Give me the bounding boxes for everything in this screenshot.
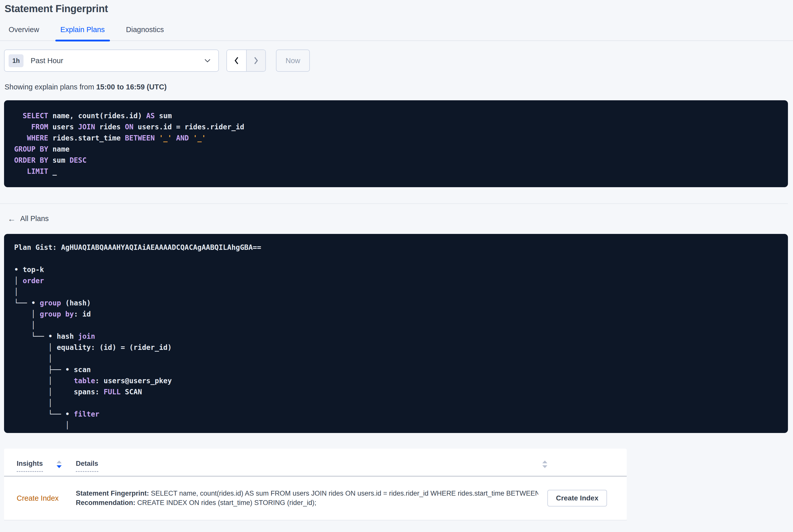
table-row: Create Index Statement Fingerprint: SELE… xyxy=(4,476,627,520)
recommendation-line: Recommendation: CREATE INDEX ON rides (s… xyxy=(76,498,538,508)
details-column-header: Details xyxy=(76,460,614,472)
all-plans-label: All Plans xyxy=(20,214,49,223)
insights-table-card: Insights Details Create Index Statement … xyxy=(4,449,627,520)
insight-type-link[interactable]: Create Index xyxy=(17,494,76,502)
time-nav-group xyxy=(226,50,266,72)
create-index-button[interactable]: Create Index xyxy=(547,490,607,507)
now-button[interactable]: Now xyxy=(276,50,310,72)
page-title: Statement Fingerprint xyxy=(0,0,793,14)
details-header-label[interactable]: Details xyxy=(76,460,98,472)
time-range-select[interactable]: 1h Past Hour xyxy=(4,50,219,72)
tab-bar: Overview Explain Plans Diagnostics xyxy=(0,25,793,41)
section-divider xyxy=(0,203,788,204)
tab-diagnostics[interactable]: Diagnostics xyxy=(121,25,169,40)
insights-header-label[interactable]: Insights xyxy=(17,460,43,472)
all-plans-link[interactable]: ← All Plans xyxy=(7,214,49,223)
sort-icon-details[interactable] xyxy=(542,460,548,469)
tab-explain-plans[interactable]: Explain Plans xyxy=(55,25,110,40)
time-range-label: Past Hour xyxy=(31,57,63,65)
sql-code: SELECT name, count(rides.id) AS sum FROM… xyxy=(4,100,788,187)
chevron-down-icon xyxy=(204,58,211,63)
insights-column-header: Insights xyxy=(17,460,76,472)
plan-code: Plan Gist: AgHUAQIABQAAAHYAQIAiAEAAAADCQ… xyxy=(4,234,788,433)
insights-table-header: Insights Details xyxy=(4,449,627,476)
time-range-badge: 1h xyxy=(8,54,23,67)
showing-range-bold: 15:00 to 16:59 (UTC) xyxy=(96,83,167,91)
showing-range-text: Showing explain plans from 15:00 to 16:5… xyxy=(4,83,793,91)
details-cell: Statement Fingerprint: SELECT name, coun… xyxy=(76,489,547,508)
sort-icon-insights[interactable] xyxy=(56,460,62,469)
chevron-right-icon xyxy=(253,56,259,65)
time-toolbar: 1h Past Hour Now xyxy=(4,50,788,72)
tab-overview[interactable]: Overview xyxy=(3,25,44,40)
next-time-button[interactable] xyxy=(246,50,265,71)
previous-time-button[interactable] xyxy=(227,50,246,71)
back-arrow-icon: ← xyxy=(7,215,16,223)
chevron-left-icon xyxy=(234,56,239,65)
statement-fingerprint-line: Statement Fingerprint: SELECT name, coun… xyxy=(76,489,538,498)
